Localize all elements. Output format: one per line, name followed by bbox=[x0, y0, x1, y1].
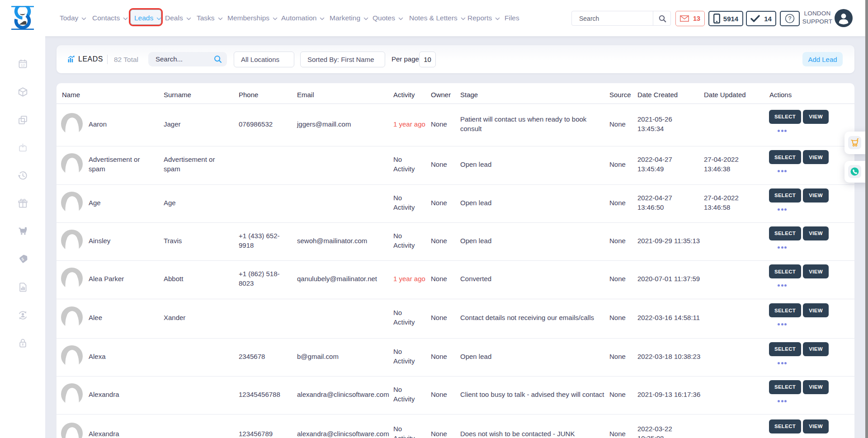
svg-text:12: 12 bbox=[21, 63, 25, 67]
svg-text:?: ? bbox=[788, 15, 792, 22]
